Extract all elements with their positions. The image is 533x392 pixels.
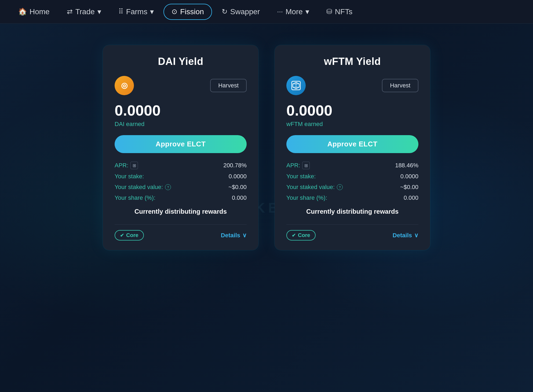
more-icon: ··· <box>277 8 283 16</box>
nav-more[interactable]: ··· More ▾ <box>269 4 316 19</box>
nav-farms[interactable]: ⠿ Farms ▾ <box>111 4 161 19</box>
more-dropdown-icon: ▾ <box>305 7 309 16</box>
nav-swapper-label: Swapper <box>230 8 260 16</box>
main-nav: 🏠 Home ⇄ Trade ▾ ⠿ Farms ▾ ⊙ Fission ↻ S… <box>0 0 533 24</box>
dai-apr-label: APR: ⊞ <box>115 162 138 169</box>
dai-yield-card: DAI Yield ◎ Harvest 0.0000 DAI earned Ap… <box>103 45 258 250</box>
farms-dropdown-icon: ▾ <box>150 7 154 16</box>
wftm-token-icon <box>286 76 306 95</box>
trade-icon: ⇄ <box>67 8 73 16</box>
apr-calculator-icon[interactable]: ⊞ <box>130 162 138 169</box>
nav-fission[interactable]: ⊙ Fission <box>163 4 212 20</box>
wftm-apr-value: 188.46% <box>395 162 418 169</box>
dai-stake-label: Your stake: <box>115 173 144 180</box>
dai-token-icon: ◎ <box>115 76 134 95</box>
wftm-details-link[interactable]: Details ∨ <box>393 232 418 239</box>
dai-details-chevron-icon: ∨ <box>242 232 247 239</box>
core-check-icon: ✔ <box>120 232 124 238</box>
dai-staked-value-row: Your staked value: ? ~$0.00 <box>115 184 247 191</box>
dai-share-value: 0.000 <box>232 194 247 201</box>
nfts-icon: ⛁ <box>326 8 332 16</box>
dai-staked-value-label: Your staked value: ? <box>115 184 171 191</box>
wftm-staked-value: ~$0.00 <box>400 184 418 191</box>
wftm-card-footer: ✔ Core Details ∨ <box>286 224 418 241</box>
wftm-core-check-icon: ✔ <box>292 232 296 238</box>
dai-core-badge[interactable]: ✔ Core <box>115 230 144 241</box>
wftm-icon-svg <box>291 80 301 91</box>
wftm-earned-value: 0.0000 <box>286 102 418 119</box>
wftm-stake-row: Your stake: 0.0000 <box>286 173 418 180</box>
dai-apr-row: APR: ⊞ 200.78% <box>115 162 247 169</box>
nav-trade[interactable]: ⇄ Trade ▾ <box>59 4 109 19</box>
dai-harvest-button[interactable]: Harvest <box>210 79 247 92</box>
wftm-staked-value-row: Your staked value: ? ~$0.00 <box>286 184 418 191</box>
dai-core-label: Core <box>126 232 138 238</box>
wftm-core-label: Core <box>298 232 310 238</box>
wftm-apr-label: APR: ⊞ <box>286 162 310 169</box>
wftm-share-value: 0.000 <box>404 194 418 201</box>
wftm-share-label: Your share (%): <box>286 194 327 201</box>
wftm-details-chevron-icon: ∨ <box>414 232 418 239</box>
wftm-core-badge[interactable]: ✔ Core <box>286 230 316 241</box>
wftm-staked-value-label: Your staked value: ? <box>286 184 343 191</box>
dai-card-top-row: ◎ Harvest <box>115 76 247 95</box>
dai-staked-value: ~$0.00 <box>228 184 247 191</box>
dai-distributing-text: Currently distributing rewards <box>115 207 247 216</box>
wftm-stake-label: Your stake: <box>286 173 316 180</box>
dai-stake-value: 0.0000 <box>229 173 247 180</box>
nav-home[interactable]: 🏠 Home <box>11 4 57 19</box>
nav-nfts[interactable]: ⛁ NFTs <box>319 4 360 19</box>
wftm-apr-row: APR: ⊞ 188.46% <box>286 162 418 169</box>
nav-trade-label: Trade <box>75 8 95 16</box>
wftm-stake-value: 0.0000 <box>400 173 418 180</box>
dai-stake-row: Your stake: 0.0000 <box>115 173 247 180</box>
wftm-approve-button[interactable]: Approve ELCT <box>286 135 418 153</box>
nav-more-label: More <box>286 8 303 16</box>
dai-card-footer: ✔ Core Details ∨ <box>115 224 247 241</box>
wftm-details-label: Details <box>393 232 412 239</box>
dai-card-title: DAI Yield <box>115 56 247 67</box>
dai-details-label: Details <box>221 232 240 239</box>
fission-icon: ⊙ <box>171 8 177 16</box>
nav-fission-label: Fission <box>180 8 204 16</box>
wftm-distributing-text: Currently distributing rewards <box>286 207 418 216</box>
farms-icon: ⠿ <box>118 8 123 16</box>
home-icon: 🏠 <box>18 8 27 16</box>
nav-nfts-label: NFTs <box>335 8 352 16</box>
wftm-staked-value-info-icon[interactable]: ? <box>337 184 343 190</box>
wftm-card-top-row: Harvest <box>286 76 418 95</box>
wftm-harvest-button[interactable]: Harvest <box>382 79 418 92</box>
wftm-share-row: Your share (%): 0.000 <box>286 194 418 201</box>
staked-value-info-icon[interactable]: ? <box>165 184 171 190</box>
nav-farms-label: Farms <box>126 8 147 16</box>
dai-earned-label: DAI earned <box>115 121 247 128</box>
wftm-earned-label: wFTM earned <box>286 121 418 128</box>
dai-earned-value: 0.0000 <box>115 102 247 119</box>
swapper-icon: ↻ <box>222 8 228 16</box>
trade-dropdown-icon: ▾ <box>97 7 101 16</box>
dai-apr-value: 200.78% <box>223 162 247 169</box>
dai-share-label: Your share (%): <box>115 194 155 201</box>
wftm-yield-card: wFTM Yield Harvest 0.0000 wFTM earned Ap… <box>275 45 430 250</box>
wftm-apr-calculator-icon[interactable]: ⊞ <box>302 162 310 169</box>
wftm-card-title: wFTM Yield <box>286 56 418 67</box>
dai-share-row: Your share (%): 0.000 <box>115 194 247 201</box>
nav-swapper[interactable]: ↻ Swapper <box>214 4 268 19</box>
nav-home-label: Home <box>30 8 50 16</box>
page-background: BLOCKBEATS DAI Yield ◎ Harvest 0.0000 DA… <box>0 24 533 392</box>
dai-details-link[interactable]: Details ∨ <box>221 232 247 239</box>
dai-approve-button[interactable]: Approve ELCT <box>115 135 247 153</box>
